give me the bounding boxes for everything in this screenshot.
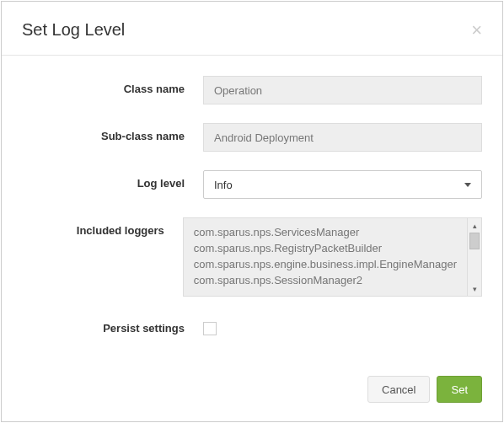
sub-class-name-value: Android Deployment [214,131,314,144]
log-level-row: Log level Info [22,170,482,199]
close-icon[interactable]: × [471,21,482,40]
sub-class-name-row: Sub-class name Android Deployment [22,123,482,152]
log-level-value: Info [214,179,233,191]
set-button[interactable]: Set [437,376,482,403]
dialog-header: Set Log Level × [2,2,502,56]
scrollbar[interactable]: ▴ ▾ [467,218,481,296]
chevron-down-icon [464,183,471,187]
sub-class-name-label: Sub-class name [22,123,203,142]
persist-settings-checkbox[interactable] [203,322,217,335]
dialog-footer: Cancel Set [2,362,502,421]
class-name-value: Operation [214,84,262,97]
class-name-row: Class name Operation [22,76,482,104]
dialog-body: Class name Operation Sub-class name Andr… [2,56,502,361]
scroll-thumb[interactable] [469,233,480,249]
cancel-button[interactable]: Cancel [367,376,430,403]
dialog-title: Set Log Level [22,20,125,40]
log-level-label: Log level [22,170,203,190]
sub-class-name-field: Android Deployment [203,123,482,152]
log-level-select[interactable]: Info [203,170,482,199]
included-loggers-label: Included loggers [22,217,183,237]
class-name-field: Operation [203,76,482,104]
persist-settings-label: Persist settings [22,315,203,335]
scroll-down-icon[interactable]: ▾ [468,281,481,296]
included-loggers-value: com.sparus.nps.ServicesManagercom.sparus… [184,218,467,296]
class-name-label: Class name [22,76,203,95]
persist-settings-row: Persist settings [22,315,482,335]
scroll-up-icon[interactable]: ▴ [468,218,481,233]
included-loggers-field: com.sparus.nps.ServicesManagercom.sparus… [183,217,482,297]
set-log-level-dialog: Set Log Level × Class name Operation Sub… [1,1,503,422]
included-loggers-row: Included loggers com.sparus.nps.Services… [22,217,482,297]
